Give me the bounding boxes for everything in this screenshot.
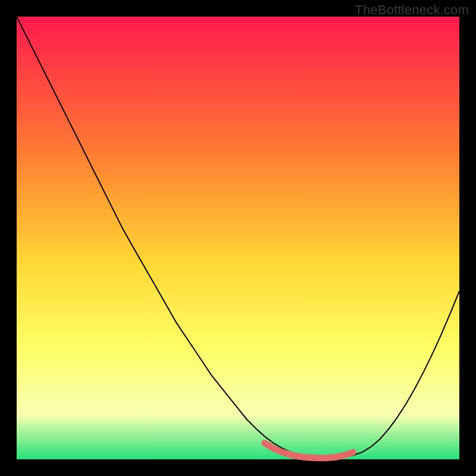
- watermark-text: TheBottleneck.com: [355, 2, 469, 18]
- chart-gradient-area: [17, 17, 459, 459]
- bottleneck-chart: [0, 0, 476, 476]
- chart-stage: TheBottleneck.com: [0, 0, 476, 476]
